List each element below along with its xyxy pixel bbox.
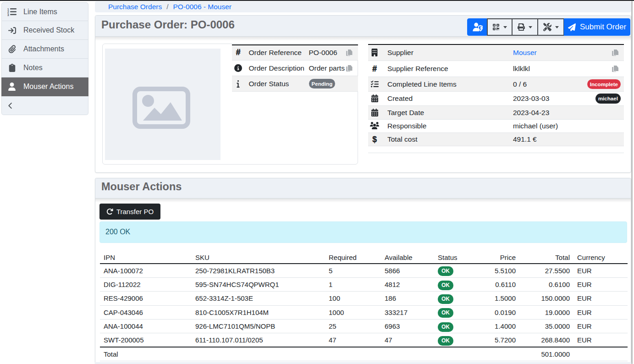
svg-text:3: 3 [7, 13, 9, 16]
